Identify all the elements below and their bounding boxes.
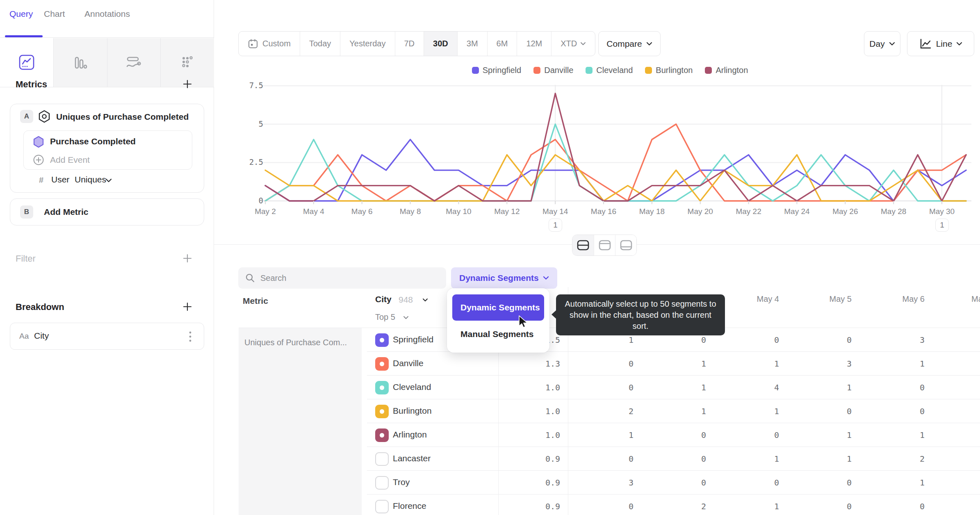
segment-checkbox[interactable] [375,428,389,442]
date-range-custom[interactable]: Custom [239,32,300,56]
day-value: 0 [584,454,634,464]
metric-a-title[interactable]: Uniques of Purchase Completed [56,112,189,122]
chart-type-flow[interactable] [107,38,161,87]
day-value: 0 [802,501,852,511]
segment-city-label: Cleveland [393,382,431,392]
annotation-badge[interactable]: 1 [935,219,949,232]
day-value: 3 [584,478,634,488]
tab-chart[interactable]: Chart [44,9,65,19]
legend-item-burlington[interactable]: Burlington [645,66,693,75]
event-name[interactable]: Purchase Completed [50,137,136,146]
segment-search [238,267,446,289]
chart-style-dropdown[interactable]: Line [907,31,974,56]
tab-annotations[interactable]: Annotations [84,9,130,19]
chart-view-icon [620,240,632,251]
chevron-down-icon [646,42,652,46]
add-breakdown-button[interactable] [180,300,194,314]
date-range-xtd[interactable]: XTD [551,32,595,56]
kebab-menu-icon[interactable] [187,330,193,343]
date-range-yesterday[interactable]: Yesterday [340,32,394,56]
breakdown-item-city[interactable]: Aa City [10,323,204,350]
date-range-today[interactable]: Today [300,32,340,56]
legend-item-arlington[interactable]: Arlington [705,66,748,75]
day-value: 0 [802,478,852,488]
chart-type-bar[interactable] [53,38,107,87]
date-range-30d[interactable]: 30D [424,32,457,56]
legend-swatch [705,67,712,74]
chevron-down-icon[interactable] [105,178,112,183]
day-column-header: May 6 [875,294,925,304]
table-row-lancaster: Lancaster0.900112 [367,447,980,471]
segment-checkbox[interactable] [375,452,389,466]
menu-item-manual-segments[interactable]: Manual Segments [460,329,534,339]
menu-item-dynamic-segments[interactable]: Dynamic Segments [452,294,544,321]
chevron-down-icon [956,42,962,46]
plus-icon [182,301,193,312]
segment-checkbox[interactable] [375,333,389,347]
day-column-header: May 5 [802,294,852,304]
add-metric-plus-button[interactable] [180,77,194,91]
metric-card-b[interactable]: B Add Metric [10,198,204,226]
granularity-dropdown[interactable]: Day [864,31,900,56]
active-tab-underline [5,35,43,37]
breakdown-heading: Breakdown [16,302,64,312]
compare-label: Compare [606,39,642,49]
tab-query[interactable]: Query [9,9,33,19]
segment-city-label: Danville [393,358,424,368]
day-value: 1 [730,406,779,416]
day-value: 1 [730,359,779,369]
breakdown-city-label: City [34,331,49,341]
day-value: 0 [584,383,634,392]
chevron-down-icon[interactable] [403,316,409,320]
compare-button[interactable]: Compare [598,31,661,56]
plus-icon [182,79,193,89]
chevron-down-icon [580,42,586,46]
segments-mode-dropdown: Dynamic Segments Manual Segments [447,288,549,353]
date-range-7d[interactable]: 7D [395,32,424,56]
search-input[interactable] [260,273,433,283]
segment-checkbox[interactable] [375,381,389,394]
metric-card-a: A Uniques of Purchase Completed Purchase… [10,104,204,193]
split-view-icon [577,240,589,251]
segment-city-label: Lancaster [393,453,431,463]
avg-value: 1.3 [511,359,560,369]
segments-mode-button[interactable]: Dynamic Segments [451,267,557,289]
avg-value: 0.9 [511,478,560,488]
segment-city-label: Burlington [393,406,432,416]
segment-checkbox[interactable] [375,405,389,418]
view-toggle-table[interactable] [594,235,615,255]
segment-city-label: Florence [393,501,426,511]
x-tick-label: May 20 [682,207,719,216]
segment-city-label: Troy [393,477,410,487]
group-column-header[interactable]: City [375,294,392,304]
measure-user-label[interactable]: User [51,175,69,185]
annotation-badge[interactable]: 1 [549,219,562,232]
view-toggle-chart[interactable] [615,235,636,255]
day-value: 3 [875,335,925,345]
segment-checkbox[interactable] [375,357,389,371]
date-range-6m[interactable]: 6M [487,32,517,56]
series-burlington [265,155,966,201]
y-tick-label: 7.5 [243,81,263,90]
date-range-12m[interactable]: 12M [517,32,551,56]
measure-type-dropdown[interactable]: Uniques [75,175,106,185]
day-value: 4 [730,383,779,392]
legend-item-cleveland[interactable]: Cleveland [586,66,633,75]
legend-item-springfield[interactable]: Springfield [472,66,522,75]
avg-value: 1.0 [511,383,560,392]
day-value: 2 [584,406,634,416]
segment-checkbox[interactable] [375,500,389,513]
view-toggle-group [572,235,637,256]
add-filter-button[interactable] [180,251,194,265]
day-value: 3 [802,359,852,369]
line-chart-icon [18,54,35,71]
chevron-down-icon[interactable] [422,298,428,302]
top-n-dropdown[interactable]: Top 5 [375,312,395,322]
segment-checkbox[interactable] [375,476,389,490]
chevron-down-icon [543,276,549,280]
legend-item-danville[interactable]: Danville [533,66,573,75]
dot-grid-icon [179,54,196,71]
date-range-3m[interactable]: 3M [457,32,487,56]
add-event-button[interactable]: Add Event [50,155,90,165]
view-toggle-split[interactable] [572,235,594,255]
